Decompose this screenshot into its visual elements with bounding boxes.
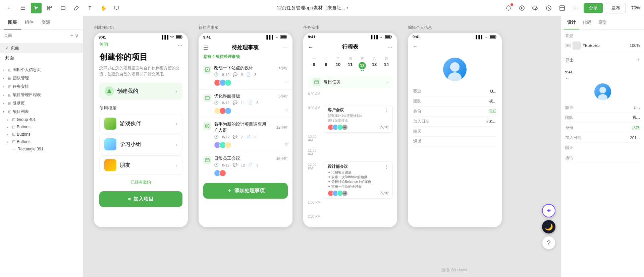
template-name-friends: 朋友: [120, 162, 130, 169]
right-tab-design[interactable]: 设计: [564, 16, 579, 29]
play-button[interactable]: [517, 3, 527, 13]
add-page-button[interactable]: +: [70, 32, 73, 39]
more-icon-1[interactable]: ···: [177, 42, 182, 49]
week-day-3[interactable]: 四 11: [344, 55, 356, 73]
event-client-meeting[interactable]: 客户会议 ⋮ 就选择计划a还是计划b进行深度讨论: [324, 105, 392, 133]
svg-rect-1: [50, 6, 52, 8]
tab-layers[interactable]: 图层: [4, 16, 21, 29]
layer-item-task[interactable]: ▸ ⊞ 任务安排: [0, 82, 83, 91]
list-icon-2[interactable]: ☰: [203, 45, 208, 51]
layer-item-rect391[interactable]: — Rectangle 391: [0, 145, 83, 153]
publish-button[interactable]: 发布: [606, 3, 626, 13]
rfield-identity-value: 活跃: [632, 125, 640, 131]
cloud-button[interactable]: [530, 3, 541, 13]
layer-item-buttons1[interactable]: ▸ ⊡ Buttons: [0, 123, 83, 131]
text-tool[interactable]: T: [85, 3, 95, 13]
template-item-study[interactable]: 学习小组 ›: [99, 135, 182, 154]
layer-item-proj-list[interactable]: ▾ ⊞ 项目列表: [0, 108, 83, 116]
moon-button[interactable]: 🌙: [542, 220, 555, 233]
layer-item-team[interactable]: ▸ ⊞ 团队管理: [0, 74, 83, 82]
title-dropdown-icon[interactable]: ▾: [346, 6, 348, 10]
hand-tool[interactable]: ✋: [98, 3, 109, 13]
tab-components[interactable]: 组件: [21, 16, 38, 29]
screen3-label: 任务安排: [303, 25, 319, 30]
back-button[interactable]: ←: [4, 3, 15, 13]
week-day-4-active[interactable]: 五 12: [356, 55, 368, 73]
tab-assets[interactable]: 资源: [38, 16, 54, 29]
page-item-main[interactable]: ✓ 页面: [0, 43, 83, 53]
shape-tool[interactable]: [58, 3, 68, 13]
week-day-6[interactable]: 日 14: [380, 55, 392, 73]
event-more-icon[interactable]: ⋮: [384, 108, 389, 113]
event-meta-client: +1 2小时: [328, 124, 389, 130]
page-item-cover[interactable]: 封面: [0, 53, 83, 63]
bg-color-swatch[interactable]: [573, 42, 581, 50]
task-item-3[interactable]: 日常员工会议 16小时 🕐 8-12 💬 12 📄: [199, 152, 292, 180]
pen-tool[interactable]: [71, 3, 82, 13]
add-pending-btn[interactable]: ＋ 添加处理事项: [203, 183, 288, 199]
right-tab-prototype[interactable]: 原型: [595, 16, 610, 29]
back-icon-4[interactable]: ←: [413, 44, 418, 50]
layer-item-buttons3[interactable]: ▸ ⊡ Buttons: [0, 138, 83, 145]
task-item-0[interactable]: 改动一下站点的设计 1小时 🕐 8-12 💬 9 📄: [199, 62, 292, 90]
week-day-1[interactable]: 二 9: [320, 55, 332, 73]
canvas-area[interactable]: 创建项目组 9:41 ▐▐▐: [83, 16, 561, 277]
layer-item-login[interactable]: ▸ ⊞ 登录页: [0, 99, 83, 108]
select-tool[interactable]: [31, 3, 42, 13]
close-btn[interactable]: 关闭: [99, 42, 108, 48]
layer-item-group401[interactable]: ▸ ⊡ Group 401: [0, 116, 83, 123]
time-label-12pm: 12:00 PM: [308, 161, 321, 170]
more-options-button[interactable]: ···: [570, 3, 581, 13]
task-bottom-0: ≡: [214, 78, 288, 86]
layer-item-proj-schedule[interactable]: ▸ ⊞ 项目管理日程表: [0, 91, 83, 99]
week-day-0[interactable]: 一 8: [308, 55, 320, 73]
task-content-2: 着手为新的设计项目调查用户人群 12小时 🕐 8-12 💬 7 📄: [214, 121, 288, 148]
svg-rect-24: [490, 36, 495, 38]
right-tab-code[interactable]: 代码: [579, 16, 595, 29]
screen-task-schedule[interactable]: 9:41 ▐▐▐ ← 行程表 ···: [303, 33, 397, 227]
week-day-5[interactable]: 六 13: [368, 55, 380, 73]
export-add-icon[interactable]: +: [636, 57, 640, 64]
back-icon-3[interactable]: ←: [308, 44, 313, 50]
layer-item-edit-info[interactable]: ▸ ⊞ 编辑个人信息页: [0, 66, 83, 74]
help-button[interactable]: ?: [542, 236, 555, 250]
field-team-value: 视...: [489, 98, 496, 104]
screen4-content: 9:41 ▐▐▐ ←: [408, 33, 502, 227]
event-more-icon-2[interactable]: ⋮: [384, 164, 389, 169]
eye-icon[interactable]: [565, 43, 571, 48]
share-button[interactable]: 分享: [584, 3, 603, 13]
week-day-2[interactable]: 三 10: [332, 55, 344, 73]
layout-button[interactable]: [557, 3, 568, 13]
template-item-game[interactable]: 游戏伙伴 ›: [99, 114, 182, 133]
star-button[interactable]: ✦: [542, 204, 555, 217]
more-icon-2[interactable]: ···: [283, 44, 288, 51]
task-title-0: 改动一下站点的设计: [214, 65, 253, 71]
template-item-friends[interactable]: 朋友 ›: [99, 155, 182, 175]
toolbar-center: 12页任务管理app素材（来自社... ▾: [125, 5, 500, 11]
task-header-2: 着手为新的设计项目调查用户人群 12小时 🕐 8-12 💬 7 📄: [203, 121, 288, 148]
screen-create-project[interactable]: 9:41 ▐▐▐: [94, 33, 188, 227]
layer-item-buttons2[interactable]: ▸ ⊡ Buttons: [0, 131, 83, 138]
layer-tree: ▸ ⊞ 编辑个人信息页 ▸ ⊞ 团队管理 ▸ ⊞ 任务安排 ▸ ⊞ 项目管理日程…: [0, 64, 83, 277]
frame-tool[interactable]: [44, 3, 55, 13]
screen-edit-profile[interactable]: 9:41 ▐▐▐ ←: [408, 33, 502, 227]
time-label-11am: 11:00 AM: [308, 147, 321, 156]
task-menu-icon: ≡: [285, 79, 288, 85]
menu-button[interactable]: ☰: [17, 3, 28, 13]
history-button[interactable]: [543, 3, 554, 13]
right-back-arrow[interactable]: ←: [565, 75, 640, 81]
pages-menu-button[interactable]: ∨: [75, 32, 79, 39]
join-project-btn[interactable]: ≡ 加入项目: [99, 191, 182, 207]
notification-button[interactable]: [503, 3, 514, 13]
rfield-joindate-value: 201...: [630, 136, 640, 140]
screen-pending[interactable]: 9:41 ▐▐▐: [199, 33, 292, 227]
event-design-meeting[interactable]: 设计部会议 ⋮ ✦ 汇报项目进展✦ 安排一次Dribbble的拍摄✦ 分析讨论B…: [324, 161, 392, 199]
comment-tool[interactable]: [111, 3, 122, 13]
more-icon-3[interactable]: ···: [387, 44, 392, 51]
time-label-10am: 10:00 AM: [308, 133, 321, 142]
create-project-btn[interactable]: 创建我的 ›: [99, 82, 182, 100]
task-item-2[interactable]: 着手为新的设计项目调查用户人群 12小时 🕐 8-12 💬 7 📄: [199, 118, 292, 152]
task-item-1[interactable]: 优化界面排版 3小时 🕐 8-12 💬 11 📄: [199, 90, 292, 118]
daily-left: 每日任务: [313, 78, 341, 86]
daily-tasks-row[interactable]: 每日任务 ›: [308, 76, 392, 88]
